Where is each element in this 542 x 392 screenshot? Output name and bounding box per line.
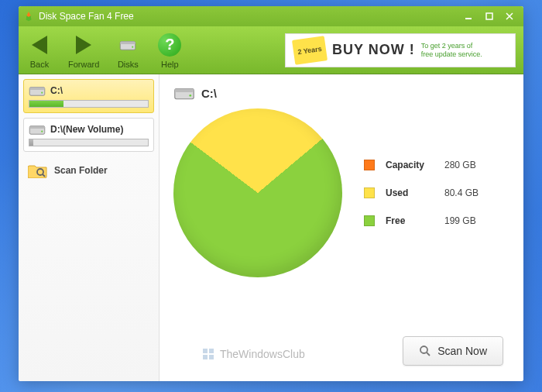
arrow-left-icon [32, 36, 47, 54]
scan-folder-button[interactable]: Scan Folder [23, 156, 154, 184]
usage-bar [29, 100, 149, 108]
legend-value: 80.4 GB [444, 187, 479, 198]
promo-banner[interactable]: 2 Years BUY NOW ! To get 2 years of free… [285, 33, 516, 67]
svg-point-14 [189, 95, 191, 97]
svg-point-19 [420, 346, 427, 353]
promo-subtext: To get 2 years of free update service. [421, 42, 482, 59]
help-icon: ? [158, 33, 181, 57]
swatch-icon [364, 187, 375, 198]
svg-rect-9 [29, 126, 45, 129]
app-icon [23, 11, 34, 22]
usage-bar [29, 139, 149, 146]
svg-rect-17 [203, 355, 208, 359]
legend-label: Capacity [386, 160, 434, 170]
svg-rect-3 [121, 41, 136, 44]
legend-row-free: Free 199 GB [364, 215, 479, 226]
promo-headline: BUY NOW ! [332, 42, 415, 58]
svg-point-10 [41, 131, 43, 132]
window-controls [460, 10, 519, 22]
app-window: Disk Space Fan 4 Free Back Forward Disks… [19, 6, 523, 381]
drive-item-d[interactable]: D:\(New Volume) [23, 118, 154, 152]
legend-value: 280 GB [444, 160, 476, 170]
scan-folder-label: Scan Folder [54, 165, 108, 176]
svg-rect-6 [29, 88, 45, 91]
svg-rect-0 [465, 18, 472, 19]
watermark-icon [201, 347, 215, 361]
drive-item-c[interactable]: C:\ [23, 79, 154, 113]
scan-now-label: Scan Now [437, 345, 487, 357]
close-button[interactable] [500, 10, 519, 22]
usage-bar-fill [29, 139, 33, 146]
disk-drive-icon [29, 84, 46, 97]
drive-label: D:\(New Volume) [50, 124, 123, 135]
disk-drive-icon [119, 39, 136, 51]
svg-rect-1 [486, 13, 492, 19]
current-drive-label: C:\ [201, 87, 217, 100]
disk-drive-icon [173, 85, 195, 101]
promo-badge: 2 Years [292, 36, 328, 65]
svg-rect-13 [175, 88, 194, 91]
body-area: C:\ D:\(New Volume) Scan Folder C:\ [19, 74, 523, 381]
minimize-button[interactable] [460, 10, 479, 22]
arrow-right-icon [76, 36, 91, 54]
sidebar: C:\ D:\(New Volume) Scan Folder [19, 74, 160, 381]
forward-button[interactable]: Forward [68, 32, 99, 69]
disks-button[interactable]: Disks [115, 32, 141, 69]
main-header: C:\ [173, 85, 509, 101]
folder-magnify-icon [28, 163, 48, 178]
main-panel: C:\ Capacity 280 GB Used 80.4 GB [160, 74, 523, 381]
help-button[interactable]: ? Help [156, 32, 183, 69]
svg-point-7 [41, 92, 43, 94]
swatch-icon [364, 215, 375, 226]
svg-point-4 [132, 46, 133, 47]
toolbar: Back Forward Disks ? Help 2 Years BUY NO… [19, 26, 523, 74]
svg-rect-18 [209, 355, 214, 359]
usage-bar-fill [29, 101, 63, 107]
maximize-button[interactable] [480, 10, 499, 22]
magnify-icon [419, 345, 431, 357]
legend-value: 199 GB [444, 215, 476, 226]
back-button[interactable]: Back [26, 32, 53, 69]
scan-now-button[interactable]: Scan Now [403, 336, 503, 366]
watermark: TheWindowsClub [201, 347, 305, 361]
disks-label: Disks [118, 60, 139, 69]
legend-label: Free [386, 215, 434, 226]
drive-label: C:\ [50, 85, 63, 96]
pie-chart [173, 108, 342, 277]
forward-label: Forward [68, 60, 99, 69]
window-title: Disk Space Fan 4 Free [39, 11, 460, 22]
back-label: Back [30, 60, 49, 69]
swatch-icon [364, 160, 375, 170]
legend: Capacity 280 GB Used 80.4 GB Free 199 GB [364, 160, 479, 226]
legend-row-used: Used 80.4 GB [364, 187, 479, 198]
chart-area: Capacity 280 GB Used 80.4 GB Free 199 GB [173, 108, 509, 277]
titlebar[interactable]: Disk Space Fan 4 Free [19, 6, 523, 26]
disk-drive-icon [29, 123, 46, 136]
svg-rect-15 [203, 349, 208, 353]
help-label: Help [161, 60, 179, 69]
legend-row-capacity: Capacity 280 GB [364, 160, 479, 170]
watermark-text: TheWindowsClub [220, 348, 305, 360]
legend-label: Used [386, 187, 434, 198]
svg-rect-16 [209, 349, 214, 353]
